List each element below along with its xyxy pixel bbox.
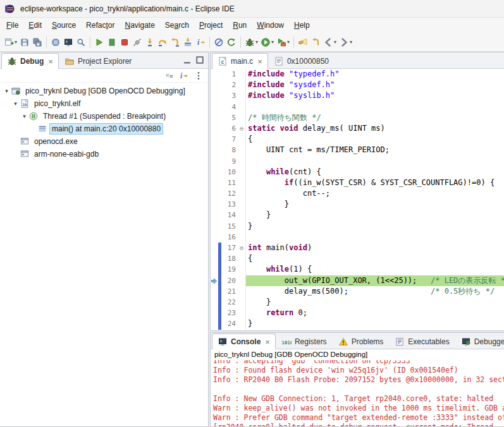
code-text[interactable]: } (246, 210, 504, 220)
breakpoint-ruler[interactable] (211, 297, 218, 308)
breakpoint-ruler[interactable] (211, 69, 218, 80)
code-text[interactable] (246, 102, 504, 112)
view-tab-problems[interactable]: Problems (333, 334, 390, 349)
code-text[interactable]: static void delay_ms( UINT ms) (246, 123, 504, 134)
code-text[interactable]: while(cnt) { (246, 167, 504, 177)
debug-tree-item[interactable]: ▾Thread #1 (Suspended : Breakpoint) (0, 110, 208, 123)
editor-tab-0x10000850[interactable]: 0x10000850 (268, 53, 335, 69)
code-text[interactable]: out_w(GPIO_OUT_XOR, (1<<25)); /* LEDの表示反… (246, 275, 504, 286)
last-edit-location-button[interactable] (309, 35, 322, 50)
dropdown-arrow-icon[interactable]: ▾ (334, 39, 336, 45)
suspend-button[interactable] (106, 35, 118, 50)
breakpoint-ruler[interactable] (211, 275, 218, 286)
external-tools-button[interactable]: ▾ (275, 35, 291, 50)
view-tab-registers[interactable]: 1010Registers (276, 334, 333, 349)
dropdown-arrow-icon[interactable]: ▾ (287, 39, 290, 45)
code-editor[interactable]: 1#include "typedef.h"2#include "sysdef.h… (211, 69, 504, 331)
expander-icon[interactable]: ▾ (11, 100, 20, 107)
code-text[interactable]: #include "sysdef.h" (246, 80, 504, 90)
menu-source[interactable]: Source (47, 19, 81, 32)
menu-refactor[interactable]: Refactor (81, 19, 120, 32)
maximize-button[interactable] (195, 55, 205, 65)
code-text[interactable]: } (246, 318, 504, 329)
code-text[interactable]: } (246, 297, 504, 308)
memory-view-button[interactable] (49, 35, 62, 50)
breakpoint-ruler[interactable] (211, 177, 218, 188)
code-text[interactable]: { (246, 134, 504, 145)
open-console-button[interactable] (62, 35, 75, 50)
code-text[interactable]: } (246, 199, 504, 210)
breakpoint-ruler[interactable] (211, 102, 218, 112)
debug-tree-item[interactable]: ▾10pico_tryknl.elf (0, 97, 208, 110)
breakpoint-ruler[interactable] (211, 232, 218, 243)
debug-button[interactable]: ▾ (243, 35, 259, 50)
menu-navigate[interactable]: Navigate (120, 19, 159, 32)
view-tab-project-explorer[interactable]: Project Explorer (59, 53, 137, 69)
dropdown-arrow-icon[interactable]: ▾ (350, 39, 352, 45)
expander-icon[interactable]: ▾ (3, 88, 11, 94)
forward-button[interactable]: ▾ (338, 35, 353, 50)
code-text[interactable]: delay_ms(500); /* 0.5秒待ち */ (246, 286, 504, 297)
code-text[interactable]: #include "syslib.h" (246, 90, 504, 101)
code-text[interactable]: { (246, 253, 504, 264)
terminate-button[interactable] (118, 35, 131, 50)
code-text[interactable]: #include "typedef.h" (246, 69, 504, 80)
fold-collapse-icon[interactable]: ⊖ (238, 123, 246, 134)
breakpoint-ruler[interactable] (211, 308, 218, 318)
code-text[interactable] (246, 156, 504, 167)
resume-button[interactable] (93, 35, 106, 50)
breakpoint-ruler[interactable] (211, 90, 218, 101)
back-button[interactable]: ▾ (322, 35, 338, 50)
breakpoint-ruler[interactable] (211, 253, 218, 264)
code-text[interactable]: int main(void) (246, 243, 504, 253)
close-icon[interactable]: × (265, 338, 270, 346)
debug-tree-item[interactable]: arm-none-eabi-gdb (0, 148, 208, 160)
dropdown-arrow-icon[interactable]: ▾ (15, 39, 17, 45)
step-over-button[interactable] (156, 35, 169, 50)
save-all-button[interactable] (31, 35, 44, 50)
view-tab-debug[interactable]: Debug× (1, 53, 59, 69)
close-icon[interactable]: × (48, 57, 53, 66)
breakpoint-ruler[interactable] (211, 80, 218, 90)
breakpoint-ruler[interactable] (211, 167, 218, 177)
menu-project[interactable]: Project (194, 19, 228, 32)
debug-tree-item[interactable]: main() at main.c:20 0x10000880 (0, 123, 208, 135)
view-menu-button[interactable] (194, 71, 204, 81)
view-tab-debugger-console[interactable]: Debugger Console (455, 334, 504, 349)
skip-all-breakpoints-button[interactable] (212, 35, 225, 50)
editor-tab-main-c[interactable]: cmain.c× (212, 53, 268, 69)
breakpoint-ruler[interactable] (211, 145, 218, 155)
instruction-stepping-button[interactable]: i (194, 35, 207, 50)
disconnect-button[interactable] (131, 35, 144, 50)
menu-window[interactable]: Window (252, 19, 289, 32)
breakpoint-ruler[interactable] (211, 318, 218, 329)
breakpoint-ruler[interactable] (211, 188, 218, 199)
close-icon[interactable]: × (257, 57, 262, 66)
breakpoint-ruler[interactable] (211, 134, 218, 145)
menu-file[interactable]: File (1, 19, 23, 32)
new-button[interactable]: ▾ (3, 35, 18, 50)
debug-tree-item[interactable]: openocd.exe (0, 135, 208, 148)
show-debug-context-button[interactable]: i (179, 71, 189, 81)
breakpoint-ruler[interactable] (211, 221, 218, 232)
code-text[interactable]: UINT cnt = ms/TIMER_PERIOD; (246, 145, 504, 155)
breakpoint-ruler[interactable] (211, 286, 218, 297)
drop-to-frame-button[interactable] (181, 35, 194, 50)
breakpoint-ruler[interactable] (211, 210, 218, 220)
restart-button[interactable] (225, 35, 238, 50)
view-tab-executables[interactable]: Executables (389, 334, 455, 349)
menu-run[interactable]: Run (228, 19, 252, 32)
breakpoint-ruler[interactable] (211, 243, 218, 253)
menu-edit[interactable]: Edit (23, 19, 47, 32)
dropdown-arrow-icon[interactable]: ▾ (271, 39, 274, 45)
menu-search[interactable]: Search (160, 19, 194, 32)
breakpoint-ruler[interactable] (211, 199, 218, 210)
code-text[interactable]: /* 時間待ち関数 */ (246, 112, 504, 123)
open-element-button[interactable] (297, 35, 309, 50)
fold-collapse-icon[interactable]: ⊖ (238, 243, 246, 253)
run-button[interactable]: ▾ (259, 35, 275, 50)
code-text[interactable]: while(1) { (246, 264, 504, 275)
breakpoint-ruler[interactable] (211, 264, 218, 275)
code-text[interactable]: cnt--; (246, 188, 504, 199)
breakpoint-ruler[interactable] (211, 123, 218, 134)
